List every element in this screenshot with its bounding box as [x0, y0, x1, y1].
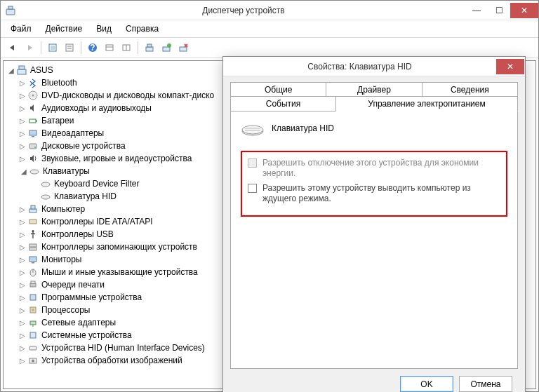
tree-item-label: Устройства обработки изображений [41, 356, 182, 365]
device-manager-window: Диспетчер устройств — ☐ ✕ Файл Действие … [0, 0, 539, 392]
expand-icon[interactable]: ▷ [18, 117, 27, 125]
tree-item-label: Программные устройства [41, 292, 142, 302]
imaging-icon [27, 355, 39, 366]
tab-general[interactable]: Общие [230, 82, 326, 97]
toolbar-scan-button[interactable] [142, 40, 157, 55]
expand-icon[interactable]: ▷ [18, 92, 27, 100]
close-button[interactable]: ✕ [510, 3, 538, 18]
svg-point-21 [32, 95, 34, 97]
svg-rect-36 [29, 248, 36, 250]
tree-item-label: Звуковые, игровые и видеоустройства [41, 154, 192, 163]
tab-events[interactable]: События [230, 96, 335, 111]
svg-rect-32 [31, 205, 35, 209]
checkbox-allow-wake-label: Разрешить этому устройству выводить комп… [262, 183, 500, 204]
expand-icon[interactable]: ▷ [18, 281, 27, 289]
menubar: Файл Действие Вид Справка [1, 20, 538, 38]
toolbar-update-button[interactable] [159, 40, 174, 55]
menu-view[interactable]: Вид [89, 22, 119, 36]
disc-icon [27, 90, 39, 101]
svg-rect-24 [29, 130, 36, 135]
expand-icon[interactable]: ▷ [18, 294, 27, 302]
ide-icon [27, 216, 39, 227]
checkbox-allow-turnoff-label: Разрешить отключение этого устройства дл… [262, 158, 500, 179]
svg-rect-23 [36, 120, 37, 122]
toolbar-back-button[interactable] [5, 40, 20, 55]
tab-row-bottom: События Управление электропитанием [230, 96, 518, 111]
software-icon [27, 292, 39, 303]
expand-icon[interactable]: ▷ [18, 104, 27, 112]
network-icon [27, 317, 39, 328]
collapse-icon[interactable]: ◢ [19, 168, 29, 175]
tab-panel-power: Клавиатура HID Разрешить отключение этог… [230, 111, 518, 369]
svg-rect-45 [32, 309, 34, 311]
svg-rect-48 [30, 332, 36, 338]
display-icon [27, 128, 39, 139]
expand-icon[interactable]: ▷ [18, 155, 27, 163]
dialog-buttons: OK Отмена [230, 369, 518, 392]
titlebar: Диспетчер устройств — ☐ ✕ [1, 1, 538, 20]
toolbar-help-button[interactable]: ? [85, 40, 100, 55]
toolbar-uninstall-button[interactable] [175, 40, 191, 55]
device-header: Клавиатура HID [241, 121, 507, 135]
dialog-close-button[interactable]: ✕ [496, 59, 524, 74]
expand-icon[interactable]: ▷ [18, 306, 27, 314]
tabstrip: Общие Драйвер Сведения События Управлени… [230, 82, 518, 369]
tab-driver[interactable]: Драйвер [326, 82, 422, 97]
minimize-button[interactable]: — [465, 3, 488, 18]
tree-item-label: Мыши и иные указывающие устройства [41, 267, 198, 277]
tree-root-label: ASUS [30, 65, 53, 75]
expand-icon[interactable]: ▷ [18, 357, 27, 365]
toolbar-show-hidden-button[interactable] [45, 40, 60, 55]
keyboard-icon [29, 165, 40, 177]
toolbar-view-button[interactable] [102, 40, 117, 55]
cancel-button[interactable]: Отмена [459, 376, 512, 392]
monitor-icon [27, 254, 39, 265]
svg-point-29 [41, 182, 50, 187]
expand-icon[interactable]: ▷ [18, 231, 27, 238]
expand-icon[interactable]: ▷ [18, 205, 27, 213]
tree-item-label: Видеоадаптеры [41, 128, 104, 138]
expand-icon[interactable]: ▷ [18, 332, 27, 339]
toolbar-details-button[interactable] [119, 40, 134, 55]
svg-rect-22 [29, 119, 36, 123]
tree-item-label: Контроллеры IDE ATA/ATAPI [41, 217, 153, 227]
tab-power-management[interactable]: Управление электропитанием [335, 96, 518, 111]
menu-help[interactable]: Справка [119, 22, 166, 36]
hdd-icon [27, 140, 39, 151]
expand-icon[interactable]: ▷ [18, 243, 27, 251]
tree-item-label: Системные устройства [41, 330, 132, 340]
expand-icon[interactable]: ▷ [18, 79, 27, 87]
menu-file[interactable]: Файл [4, 22, 39, 36]
dialog-titlebar[interactable]: Свойства: Клавиатура HID ✕ [223, 57, 525, 76]
checkbox-allow-wake[interactable] [248, 184, 257, 193]
tree-item-label: Аудиовходы и аудиовыходы [41, 103, 152, 113]
expand-icon[interactable]: ▷ [18, 218, 27, 226]
svg-rect-1 [8, 6, 13, 9]
cpu-icon [27, 304, 39, 316]
keyboard-icon [241, 121, 263, 135]
tab-details[interactable]: Сведения [422, 82, 518, 97]
svg-rect-0 [6, 9, 15, 15]
svg-rect-13 [146, 47, 153, 51]
checkbox-row-allow-turnoff: Разрешить отключение этого устройства дл… [248, 158, 500, 179]
app-icon [5, 5, 16, 16]
menu-action[interactable]: Действие [39, 22, 90, 36]
svg-rect-19 [19, 66, 25, 69]
toolbar-forward-button[interactable] [22, 40, 37, 55]
expand-icon[interactable]: ▷ [18, 256, 27, 264]
expand-icon[interactable]: ▷ [18, 319, 27, 327]
svg-rect-17 [180, 47, 187, 51]
svg-rect-4 [66, 44, 73, 51]
collapse-icon[interactable]: ◢ [6, 67, 16, 74]
expand-icon[interactable]: ▷ [18, 269, 27, 276]
maximize-button[interactable]: ☐ [488, 3, 510, 18]
keyboard-icon [40, 191, 51, 202]
expand-icon[interactable]: ▷ [18, 344, 27, 352]
device-name-label: Клавиатура HID [272, 123, 334, 133]
expand-icon[interactable]: ▷ [18, 130, 27, 137]
expand-icon[interactable]: ▷ [18, 142, 27, 150]
svg-rect-41 [30, 283, 36, 287]
tree-item-label: Клавиатура HID [54, 191, 117, 201]
ok-button[interactable]: OK [400, 376, 453, 392]
toolbar-properties-button[interactable] [62, 40, 77, 55]
